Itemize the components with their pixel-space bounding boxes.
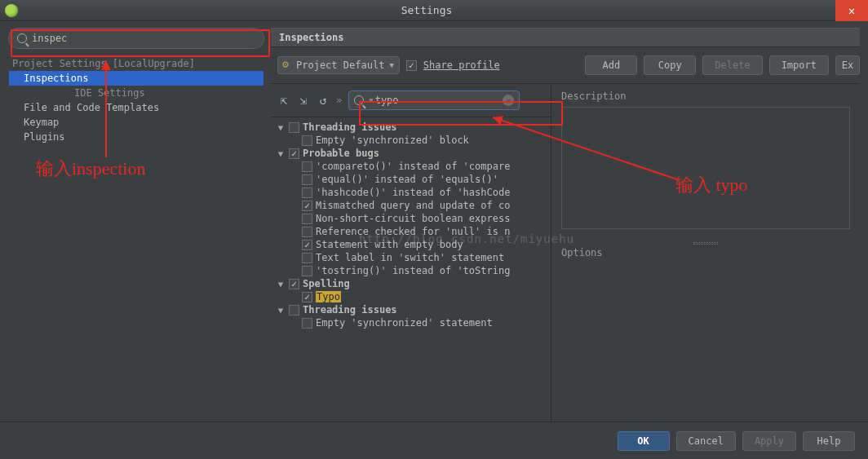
inspection-row[interactable]: ▼Threading issues (271, 121, 551, 134)
filter-chevron-icon[interactable]: ▼ (369, 96, 373, 104)
inspection-label: Spelling (303, 278, 350, 289)
main-panel: Inspections Project Default ▼ Share prof… (271, 28, 860, 421)
options-label: Options (561, 247, 850, 258)
details-panel: Description Options (551, 84, 860, 421)
inspections-tree[interactable]: ▼Threading issues▶Empty 'synchronized' b… (271, 117, 551, 421)
inspection-label: Probable bugs (303, 148, 379, 159)
inspection-checkbox[interactable] (302, 188, 312, 198)
add-button[interactable]: Add (585, 55, 637, 75)
apply-button[interactable]: Apply (742, 431, 796, 451)
inspection-row[interactable]: ▶Non-short-circuit boolean express (271, 212, 551, 225)
inspection-row[interactable]: ▼Threading issues (271, 303, 551, 316)
window-title: Settings (18, 4, 835, 16)
inspection-checkbox[interactable] (302, 227, 312, 237)
inspection-checkbox[interactable] (302, 240, 312, 250)
inspection-label: Non-short-circuit boolean express (316, 213, 510, 224)
description-box (561, 107, 850, 229)
copy-button[interactable]: Copy (644, 55, 696, 75)
inspection-checkbox[interactable] (302, 135, 312, 146)
inspection-checkbox[interactable] (289, 122, 299, 133)
tree-item-plugins[interactable]: Plugins (9, 130, 264, 144)
chevron-down-icon: ▼ (389, 61, 393, 69)
expand-arrow-icon[interactable]: ▼ (276, 280, 286, 289)
expand-arrow-icon[interactable]: ▼ (276, 149, 286, 158)
tree-item-keymap[interactable]: Keymap (9, 115, 264, 130)
inspection-row[interactable]: ▶Statement with empty body (271, 238, 551, 251)
titlebar: Settings ✕ (0, 0, 868, 21)
profile-label: Project Default (296, 60, 384, 71)
inspection-checkbox[interactable] (302, 318, 312, 329)
window-close-button[interactable]: ✕ (835, 0, 868, 21)
inspection-row[interactable]: ▶'compareto()' instead of 'compare (271, 160, 551, 173)
share-checkbox[interactable] (406, 60, 417, 71)
inspection-checkbox[interactable] (289, 305, 299, 316)
inspection-label: 'hashcode()' instead of 'hashCode (316, 187, 510, 198)
expand-arrow-icon[interactable]: ▼ (276, 123, 286, 132)
cancel-button[interactable]: Cancel (676, 431, 736, 451)
clear-search-icon[interactable]: ✕ (503, 95, 514, 106)
search-icon (354, 95, 364, 105)
inspection-row[interactable]: ▼Probable bugs (271, 147, 551, 160)
inspection-checkbox[interactable] (289, 279, 299, 289)
splitter[interactable] (561, 241, 850, 245)
profile-selector[interactable]: Project Default ▼ (277, 56, 400, 74)
share-profile-label[interactable]: Share profile (423, 60, 500, 71)
inspection-label: Typo (316, 291, 341, 302)
inspection-label: Reference checked for 'null' is n (316, 226, 510, 237)
delete-button[interactable]: Delete (702, 55, 762, 75)
gear-icon (283, 60, 293, 70)
inspection-label: 'equal()' instead of 'equals()' (316, 174, 498, 185)
inspection-checkbox[interactable] (302, 201, 312, 211)
inspection-label: 'compareto()' instead of 'compare (316, 161, 510, 172)
inspection-row[interactable]: ▶Text label in 'switch' statement (271, 251, 551, 264)
inspection-row[interactable]: ▶Empty 'synchronized' block (271, 134, 551, 147)
main-body: ⇱ ⇲ ↺ » ▼ ✕ ▼Threading issues▶Empty 'syn… (271, 84, 860, 421)
dialog-footer: OK Cancel Apply Help (0, 421, 868, 459)
sidebar-search[interactable] (8, 28, 264, 49)
search-icon (17, 33, 27, 43)
separator-icon: » (336, 95, 342, 106)
inspection-search[interactable]: ▼ ✕ (348, 90, 520, 110)
inspection-checkbox[interactable] (302, 214, 312, 224)
inspection-row[interactable]: ▶Reference checked for 'null' is n (271, 225, 551, 238)
inspection-checkbox[interactable] (302, 292, 312, 302)
app-icon (5, 4, 18, 17)
inspection-label: Empty 'synchronized' statement (316, 317, 493, 329)
content: Project Settings [LocalUpgrade] Inspecti… (0, 21, 868, 421)
export-button[interactable]: Ex (835, 55, 860, 75)
inspection-checkbox[interactable] (302, 174, 312, 185)
inspection-label: Threading issues (303, 304, 397, 316)
inspections-toolbar: ⇱ ⇲ ↺ » ▼ ✕ (271, 84, 551, 117)
settings-tree[interactable]: Project Settings [LocalUpgrade] Inspecti… (8, 55, 264, 421)
expand-all-icon[interactable]: ⇱ (277, 94, 290, 107)
ok-button[interactable]: OK (618, 431, 670, 451)
inspection-search-input[interactable] (375, 95, 503, 106)
tree-item-inspections[interactable]: Inspections (9, 71, 264, 86)
inspection-checkbox[interactable] (289, 148, 299, 159)
inspection-label: Threading issues (303, 121, 397, 133)
inspection-label: 'tostring()' instead of 'toString (316, 265, 510, 276)
reset-icon[interactable]: ↺ (317, 94, 330, 107)
inspection-label: Statement with empty body (316, 239, 463, 250)
inspection-label: Empty 'synchronized' block (316, 135, 469, 146)
help-button[interactable]: Help (803, 431, 855, 451)
inspection-row[interactable]: ▶'equal()' instead of 'equals()' (271, 173, 551, 186)
sidebar-search-input[interactable] (32, 33, 255, 44)
inspection-row[interactable]: ▶'tostring()' instead of 'toString (271, 264, 551, 277)
inspection-row[interactable]: ▶Empty 'synchronized' statement (271, 316, 551, 329)
inspection-row[interactable]: ▶Typo (271, 290, 551, 303)
tree-group-ide: IDE Settings (9, 86, 264, 100)
import-button[interactable]: Import (769, 55, 829, 75)
collapse-all-icon[interactable]: ⇲ (297, 94, 310, 107)
inspection-checkbox[interactable] (302, 266, 312, 276)
main-title: Inspections (271, 28, 860, 47)
tree-item-templates[interactable]: File and Code Templates (9, 100, 264, 115)
inspection-checkbox[interactable] (302, 161, 312, 172)
inspection-row[interactable]: ▶'hashcode()' instead of 'hashCode (271, 186, 551, 199)
inspection-checkbox[interactable] (302, 253, 312, 263)
tree-group-header: Project Settings [LocalUpgrade] (9, 56, 264, 71)
inspection-row[interactable]: ▶Mismatched query and update of co (271, 199, 551, 212)
inspection-row[interactable]: ▼Spelling (271, 277, 551, 290)
expand-arrow-icon[interactable]: ▼ (276, 306, 286, 315)
profile-toolbar: Project Default ▼ Share profile Add Copy… (271, 47, 860, 84)
